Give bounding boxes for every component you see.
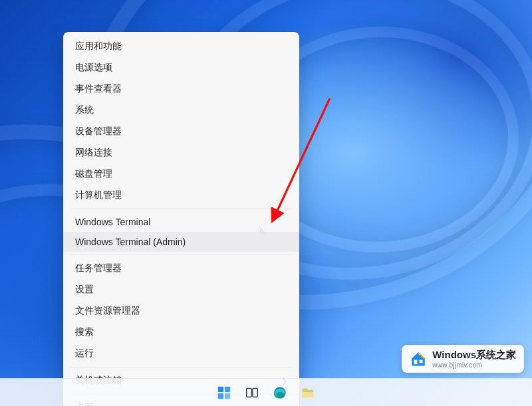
- menu-separator: [70, 209, 293, 209]
- svg-rect-11: [420, 360, 423, 363]
- watermark-title: Windows系统之家: [432, 349, 516, 361]
- menu-item[interactable]: 设备管理器: [63, 121, 299, 142]
- menu-item[interactable]: 应用和功能: [63, 36, 299, 57]
- svg-rect-2: [225, 386, 230, 391]
- menu-item[interactable]: 网络连接: [63, 142, 299, 163]
- folder-icon: [301, 385, 315, 400]
- menu-item-label: Windows Terminal (Admin): [75, 237, 186, 247]
- menu-separator: [70, 254, 293, 255]
- house-logo-icon: [410, 350, 427, 367]
- menu-item-label: 系统: [75, 104, 94, 116]
- task-view-icon: [245, 385, 259, 400]
- menu-item-label: 文件资源管理器: [75, 305, 140, 317]
- menu-item-label: 网络连接: [75, 147, 112, 159]
- menu-item-label: Windows Terminal: [75, 217, 150, 227]
- svg-rect-10: [414, 360, 418, 365]
- menu-item-label: 应用和功能: [75, 41, 122, 52]
- svg-rect-4: [225, 393, 230, 398]
- menu-item[interactable]: 磁盘管理: [63, 163, 299, 185]
- svg-rect-6: [253, 388, 257, 397]
- menu-item[interactable]: 事件查看器: [63, 78, 299, 100]
- site-watermark: Windows系统之家 www.bjjmlv.com: [402, 345, 524, 373]
- menu-item-label: 设备管理器: [75, 126, 122, 138]
- file-explorer-button[interactable]: [299, 383, 317, 402]
- menu-item[interactable]: 设置: [63, 279, 299, 300]
- menu-item[interactable]: 搜索: [63, 322, 299, 343]
- windows-logo-icon: [217, 385, 231, 400]
- menu-item-label: 搜索: [75, 326, 94, 338]
- start-button[interactable]: [215, 383, 233, 402]
- svg-rect-5: [247, 388, 251, 397]
- edge-button[interactable]: [271, 383, 289, 402]
- menu-separator: [70, 367, 293, 367]
- svg-rect-3: [218, 393, 223, 398]
- menu-item-label: 运行: [75, 348, 94, 359]
- menu-item-label: 磁盘管理: [75, 168, 112, 180]
- menu-item-label: 任务管理器: [75, 262, 122, 274]
- menu-item-label: 事件查看器: [75, 83, 122, 95]
- watermark-url: www.bjjmlv.com: [432, 361, 516, 369]
- task-view-button[interactable]: [243, 383, 261, 402]
- menu-item[interactable]: 运行: [63, 343, 299, 364]
- menu-item[interactable]: 系统: [63, 100, 299, 121]
- svg-rect-1: [218, 386, 223, 391]
- menu-item[interactable]: 计算机管理: [63, 185, 299, 206]
- edge-icon: [273, 385, 287, 400]
- taskbar: [0, 378, 532, 406]
- menu-item-label: 计算机管理: [75, 189, 122, 201]
- desktop[interactable]: 应用和功能电源选项事件查看器系统设备管理器网络连接磁盘管理计算机管理Window…: [0, 0, 532, 406]
- menu-item-label: 设置: [75, 284, 94, 296]
- menu-item[interactable]: Windows Terminal (Admin): [63, 232, 299, 252]
- menu-item[interactable]: 任务管理器: [63, 258, 299, 279]
- winx-context-menu: 应用和功能电源选项事件查看器系统设备管理器网络连接磁盘管理计算机管理Window…: [63, 32, 299, 406]
- menu-item[interactable]: Windows Terminal: [63, 212, 299, 232]
- menu-item[interactable]: 文件资源管理器: [63, 300, 299, 322]
- menu-item[interactable]: 电源选项: [63, 57, 299, 78]
- menu-item-label: 电源选项: [75, 62, 112, 74]
- svg-rect-9: [303, 391, 313, 392]
